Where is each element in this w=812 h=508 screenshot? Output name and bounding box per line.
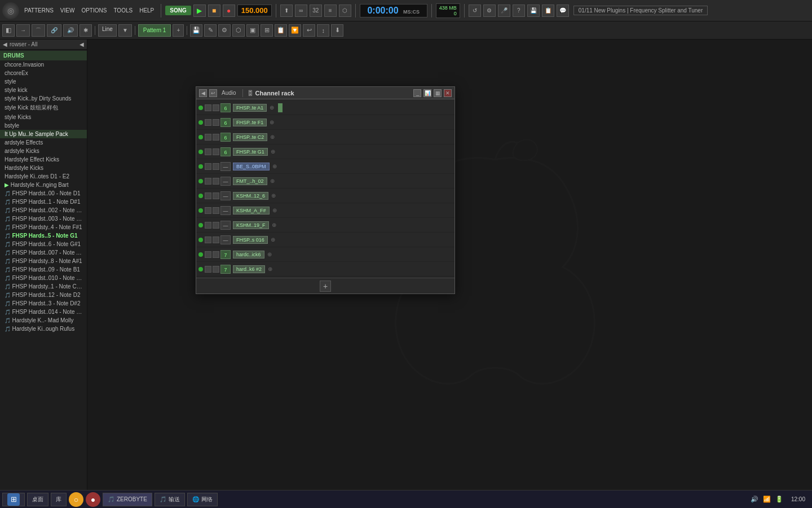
ch-num-8[interactable]: — [220, 221, 231, 230]
taskbar-files[interactable]: 库 [51, 493, 67, 506]
ch-name-2[interactable]: FHSP..te C2 [233, 133, 267, 141]
sidebar-item-9[interactable]: ardstyle Effects [0, 138, 87, 147]
taskbar-zerobyte[interactable]: 🎵 ZEROBYTE [103, 493, 152, 506]
ch-send-9[interactable]: ⊕ [269, 236, 277, 244]
sys-icon-1[interactable]: 🔊 [749, 494, 760, 505]
ch-mute-4[interactable] [205, 163, 211, 170]
ch-send-7[interactable]: ⊕ [271, 207, 279, 214]
sidebar-item-18[interactable]: 🎵 FHSP Hardst..003 - Note F1 [0, 214, 87, 223]
tb2-icon-5[interactable]: 🔊 [63, 24, 78, 37]
ch-mute-1[interactable] [205, 119, 211, 126]
ch-num-3[interactable]: 6 [220, 147, 231, 156]
line-arrow[interactable]: ▼ [118, 24, 132, 37]
ch-send-6[interactable]: ⊕ [270, 192, 277, 200]
taskbar-network[interactable]: 🌐 网络 [187, 493, 218, 506]
tb2-icon-1[interactable]: ◧ [2, 24, 15, 37]
sidebar-item-0[interactable]: chcore.Invasion [0, 60, 87, 69]
tb2-icon-filter[interactable]: 🔽 [289, 24, 301, 37]
ch-mute-11[interactable] [205, 266, 211, 273]
tb2-icon-4[interactable]: 🔗 [47, 24, 61, 37]
ch-mute-5[interactable] [205, 178, 211, 185]
stop-button[interactable]: ■ [208, 5, 220, 17]
channel-rack-collapse[interactable]: ⎯ [413, 89, 421, 97]
ch-led-2[interactable] [198, 135, 203, 139]
bpm-display[interactable]: 150.000 [237, 5, 272, 16]
ch-num-5[interactable]: — [220, 177, 231, 186]
play-button[interactable]: ▶ [193, 5, 206, 17]
toolbar-icon-6[interactable]: ↺ [469, 5, 481, 17]
sidebar-item-21[interactable]: 🎵 FHSP Hardst..6 - Note G#1 [0, 240, 87, 248]
ch-mute-7[interactable] [205, 207, 211, 214]
toolbar-icon-11[interactable]: 📋 [542, 5, 554, 17]
ch-name-8[interactable]: KSHM..19_F [233, 221, 269, 229]
ch-led-6[interactable] [198, 194, 203, 198]
ch-solo-8[interactable] [213, 222, 219, 229]
ch-name-1[interactable]: FHSP..te F1 [233, 119, 267, 126]
sidebar-item-29[interactable]: 🎵 FHSP Hardst..014 - Note E2 [0, 308, 87, 316]
sidebar-item-16[interactable]: 🎵 FHSP Hardst..1 - Note D#1 [0, 198, 87, 206]
sidebar-item-4[interactable]: style Kick..by Dirty Sounds [0, 94, 87, 103]
window-nav-left[interactable]: ◀ [199, 89, 207, 97]
taskbar-start[interactable]: ⊞ [2, 493, 25, 506]
ch-mute-8[interactable] [205, 222, 211, 229]
menu-tools[interactable]: TOOLS [111, 6, 135, 15]
ch-mute-10[interactable] [205, 251, 211, 258]
taskbar-desktop[interactable]: 桌面 [27, 493, 48, 506]
tb2-icon-save[interactable]: 💾 [190, 24, 202, 37]
sidebar-item-27[interactable]: 🎵 FHSP Hardst..12 - Note D2 [0, 291, 87, 299]
ch-num-10[interactable]: 7 [220, 250, 231, 259]
sidebar-item-20[interactable]: 🎵 FHSP Hards..5 - Note G1 [0, 231, 87, 240]
taskbar-icon-red[interactable]: ● [86, 492, 100, 507]
ch-led-8[interactable] [198, 223, 203, 227]
window-undo[interactable]: ↩ [209, 89, 217, 97]
ch-solo-4[interactable] [213, 163, 219, 170]
ch-send-4[interactable]: ⊕ [271, 163, 279, 170]
menu-patterns[interactable]: PATTERNS [21, 6, 56, 15]
record-button[interactable]: ● [223, 5, 235, 17]
ch-solo-1[interactable] [213, 119, 219, 126]
ch-name-0[interactable]: FHSP..te A1 [233, 104, 267, 112]
pattern-add[interactable]: + [173, 24, 184, 37]
ch-send-1[interactable]: ⊕ [268, 119, 276, 126]
ch-mute-6[interactable] [205, 192, 211, 199]
sidebar-collapse[interactable]: ◀ [80, 41, 84, 47]
sidebar-header-arrow[interactable]: ◀ [3, 41, 7, 47]
tb2-icon-tool2[interactable]: ⬡ [232, 24, 245, 37]
sidebar-item-26[interactable]: 🎵 FHSP Hardsty..1 - Note C#2 [0, 282, 87, 291]
ch-led-5[interactable] [198, 179, 203, 183]
tb2-icon-tool1[interactable]: ⚙ [218, 24, 231, 37]
taskbar-song[interactable]: 🎵 输送 [155, 493, 185, 506]
ch-name-7[interactable]: KSHM_A_F# [233, 207, 270, 214]
sidebar-item-13[interactable]: Hardstyle Ki..otes D1 - E2 [0, 172, 87, 181]
ch-send-2[interactable]: ⊕ [268, 133, 276, 141]
toolbar-icon-1[interactable]: ⬆ [280, 5, 293, 17]
ch-led-4[interactable] [198, 164, 203, 169]
ch-solo-7[interactable] [213, 207, 219, 214]
ch-name-5[interactable]: FMT_..h_02 [233, 177, 267, 185]
channel-rack-graph[interactable]: 📊 [423, 89, 431, 97]
toolbar-icon-10[interactable]: 💾 [527, 5, 540, 17]
ch-send-10[interactable]: ⊕ [266, 251, 273, 259]
ch-solo-10[interactable] [213, 251, 219, 258]
tb2-icon-arrow1[interactable]: ↩ [303, 24, 315, 37]
menu-help[interactable]: HELP [136, 6, 157, 15]
sidebar-item-30[interactable]: 🎵 Hardstyle K..- Mad Molly [0, 316, 87, 325]
sidebar-item-11[interactable]: Hardstyle Effect Kicks [0, 155, 87, 164]
ch-led-11[interactable] [198, 267, 203, 271]
ch-led-0[interactable] [198, 106, 203, 110]
sidebar-item-8[interactable]: It Up Mu..le Sample Pack [0, 130, 87, 138]
toolbar-icon-3[interactable]: 32 [310, 5, 322, 17]
sidebar-item-15[interactable]: 🎵 FHSP Hardst..00 - Note D1 [0, 189, 87, 198]
ch-name-4[interactable]: BE_S..0BPM [233, 163, 270, 170]
ch-send-3[interactable]: ⊕ [269, 148, 277, 156]
tb2-icon-tool3[interactable]: ▣ [246, 24, 259, 37]
sidebar-item-1[interactable]: chcoreEx [0, 69, 87, 77]
toolbar-icon-5[interactable]: ⬡ [339, 5, 351, 17]
ch-name-10[interactable]: hardc..ick6 [233, 251, 264, 259]
ch-name-3[interactable]: FHSP..te G1 [233, 148, 268, 156]
ch-num-2[interactable]: 6 [220, 133, 231, 142]
ch-solo-3[interactable] [213, 148, 219, 155]
sidebar-item-17[interactable]: 🎵 FHSP Hardst..002 - Note E1 [0, 206, 87, 214]
ch-num-6[interactable]: — [220, 191, 231, 200]
sidebar-item-7[interactable]: bstyle [0, 121, 87, 130]
